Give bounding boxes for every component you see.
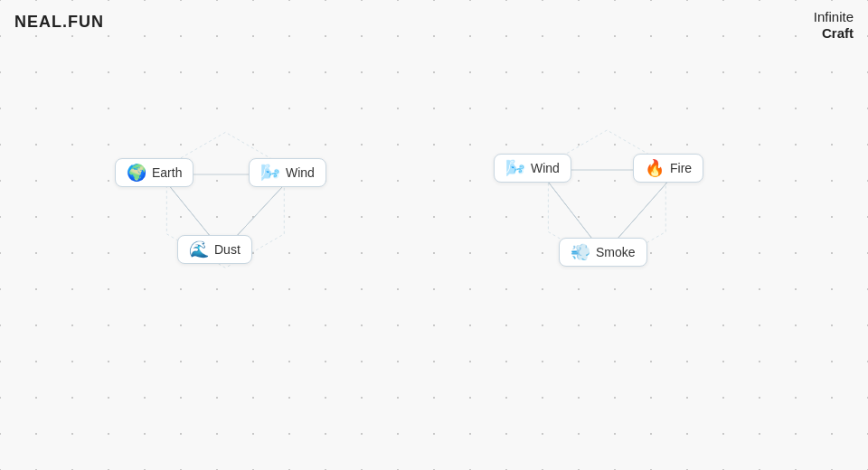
logo-neal: NEAL.FUN xyxy=(14,13,104,32)
card-smoke[interactable]: 💨Smoke xyxy=(559,238,647,267)
label-dust: Dust xyxy=(214,242,241,257)
logo-line2: Craft xyxy=(814,25,854,42)
emoji-smoke: 💨 xyxy=(571,244,590,260)
emoji-fire: 🔥 xyxy=(645,160,665,176)
emoji-wind1: 🌬️ xyxy=(260,164,280,181)
logo-line1: Infinite xyxy=(814,9,854,25)
label-wind2: Wind xyxy=(531,161,560,175)
label-smoke: Smoke xyxy=(596,245,636,259)
label-fire: Fire xyxy=(670,161,692,175)
card-wind1[interactable]: 🌬️Wind xyxy=(249,158,326,187)
card-earth[interactable]: 🌍Earth xyxy=(115,158,193,187)
emoji-wind2: 🌬️ xyxy=(505,160,525,176)
card-dust[interactable]: 🌊Dust xyxy=(177,235,252,264)
label-earth: Earth xyxy=(152,165,182,180)
card-wind2[interactable]: 🌬️Wind xyxy=(494,154,571,183)
card-fire[interactable]: 🔥Fire xyxy=(633,154,703,183)
emoji-dust: 🌊 xyxy=(189,241,209,258)
label-wind1: Wind xyxy=(286,165,315,180)
connections-svg xyxy=(0,0,868,470)
emoji-earth: 🌍 xyxy=(127,164,146,181)
logo-infinite: Infinite Craft xyxy=(814,9,854,42)
